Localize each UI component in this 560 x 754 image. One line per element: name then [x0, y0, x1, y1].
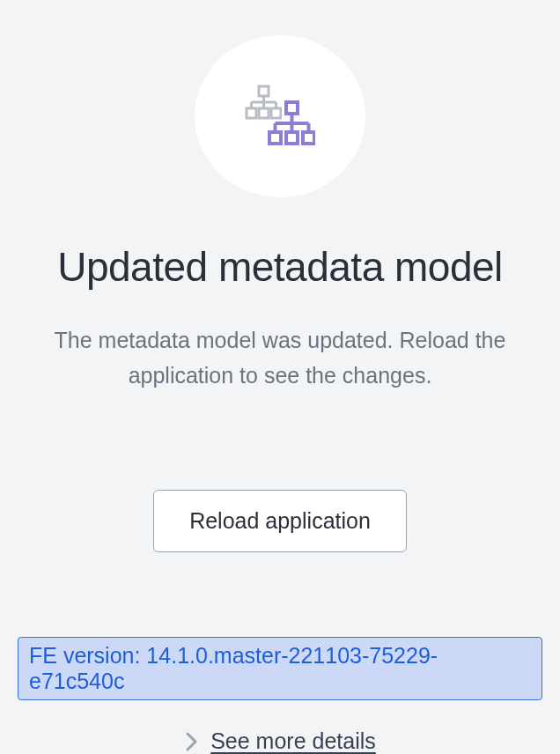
version-badge: FE version: 14.1.0.master-221103-75229-e…	[18, 637, 542, 700]
reload-button[interactable]: Reload application	[153, 490, 407, 552]
page-title: Updated metadata model	[57, 243, 503, 291]
svg-rect-12	[303, 132, 314, 144]
chevron-right-icon	[184, 734, 200, 750]
icon-container	[195, 35, 365, 197]
svg-rect-11	[286, 132, 298, 144]
details-row[interactable]: See more details	[184, 728, 376, 754]
svg-rect-10	[269, 132, 281, 144]
svg-rect-9	[286, 102, 298, 114]
details-link[interactable]: See more details	[210, 728, 376, 754]
description-text: The metadata model was updated. Reload t…	[33, 322, 527, 393]
svg-rect-1	[247, 108, 256, 118]
hierarchy-icon-group	[245, 85, 315, 148]
svg-rect-0	[259, 86, 269, 96]
hierarchy-icon	[268, 100, 315, 146]
